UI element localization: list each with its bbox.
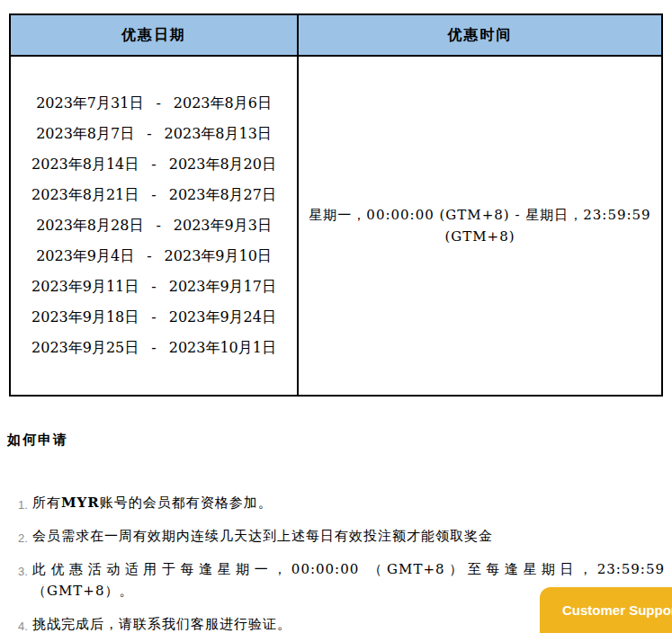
promo-page: 优惠日期 优惠时间 2023年7月31日-2023年8月6日2023年8月7日-… [0, 13, 672, 633]
date-range-end: 2023年9月3日 [174, 217, 272, 234]
date-range-separator: - [151, 302, 156, 333]
date-range-start: 2023年8月28日 [36, 217, 143, 234]
date-range-end: 2023年10月1日 [169, 339, 276, 356]
list-item-number: 2. [18, 528, 28, 549]
date-range-row: 2023年9月18日-2023年9月24日 [11, 302, 297, 333]
date-range-row: 2023年8月7日-2023年8月13日 [11, 119, 297, 149]
date-range-end: 2023年8月27日 [169, 186, 276, 203]
date-range-row: 2023年7月31日-2023年8月6日 [11, 88, 297, 119]
offer-time-text: 星期一，00:00:00 (GTM+8) - 星期日，23:59:59 (GTM… [299, 204, 661, 247]
table-header-row: 优惠日期 优惠时间 [10, 14, 662, 56]
date-range-start: 2023年9月11日 [31, 278, 139, 295]
date-range-separator: - [151, 272, 156, 302]
date-range-separator: - [156, 88, 160, 119]
date-range-row: 2023年9月4日-2023年9月10日 [11, 241, 297, 272]
date-range-separator: - [147, 119, 151, 149]
how-to-apply-item: 2.会员需求在一周有效期内连续几天达到上述每日有效投注额才能领取奖金 [0, 525, 672, 547]
table-body-row: 2023年7月31日-2023年8月6日2023年8月7日-2023年8月13日… [10, 56, 662, 396]
date-range-start: 2023年8月14日 [31, 156, 139, 173]
date-range-start: 2023年9月18日 [31, 308, 139, 325]
header-offer-time: 优惠时间 [298, 14, 662, 56]
date-range-row: 2023年8月21日-2023年8月27日 [11, 180, 297, 210]
date-range-end: 2023年8月20日 [169, 156, 276, 173]
date-range-row: 2023年8月14日-2023年8月20日 [11, 149, 297, 180]
offer-time-cell: 星期一，00:00:00 (GTM+8) - 星期日，23:59:59 (GTM… [298, 56, 662, 396]
date-range-row: 2023年9月11日-2023年9月17日 [11, 272, 297, 302]
date-range-separator: - [147, 241, 151, 272]
date-range-row: 2023年9月25日-2023年10月1日 [11, 333, 297, 363]
date-range-start: 2023年9月25日 [31, 339, 139, 356]
date-range-end: 2023年8月6日 [174, 94, 272, 111]
list-item-text: 账号的会员都有资格参加。 [100, 495, 273, 511]
list-item-number: 3. [18, 561, 28, 583]
how-to-apply-heading: 如何申请 [7, 432, 672, 449]
date-range-end: 2023年9月17日 [169, 278, 276, 295]
date-range-end: 2023年9月24日 [169, 308, 276, 325]
date-range-separator: - [156, 210, 160, 241]
date-range-list: 2023年7月31日-2023年8月6日2023年8月7日-2023年8月13日… [11, 88, 297, 363]
header-offer-date: 优惠日期 [10, 14, 298, 56]
list-item-number: 1. [18, 495, 28, 516]
list-item-text: 会员需求在一周有效期内连续几天达到上述每日有效投注额才能领取奖金 [32, 528, 493, 544]
date-range-end: 2023年8月13日 [165, 125, 272, 142]
date-range-separator: - [151, 149, 156, 180]
date-range-separator: - [151, 180, 156, 210]
date-range-start: 2023年7月31日 [36, 94, 143, 111]
date-range-start: 2023年8月7日 [36, 125, 134, 142]
promo-schedule-table: 优惠日期 优惠时间 2023年7月31日-2023年8月6日2023年8月7日-… [9, 13, 663, 397]
list-item-text: 所有 [32, 495, 61, 511]
offer-date-cell: 2023年7月31日-2023年8月6日2023年8月7日-2023年8月13日… [10, 56, 298, 396]
date-range-start: 2023年8月21日 [31, 186, 139, 203]
list-item-text: MYR [61, 495, 100, 511]
date-range-end: 2023年9月10日 [165, 247, 272, 264]
date-range-start: 2023年9月4日 [36, 247, 134, 264]
customer-support-button[interactable]: Customer Support [540, 587, 672, 633]
date-range-row: 2023年8月28日-2023年9月3日 [11, 210, 297, 241]
list-item-number: 4. [18, 616, 28, 633]
date-range-separator: - [151, 333, 156, 363]
list-item-text: 挑战完成后，请联系我们客服进行验证。 [32, 616, 291, 632]
how-to-apply-item: 1.所有MYR账号的会员都有资格参加。 [0, 492, 672, 513]
